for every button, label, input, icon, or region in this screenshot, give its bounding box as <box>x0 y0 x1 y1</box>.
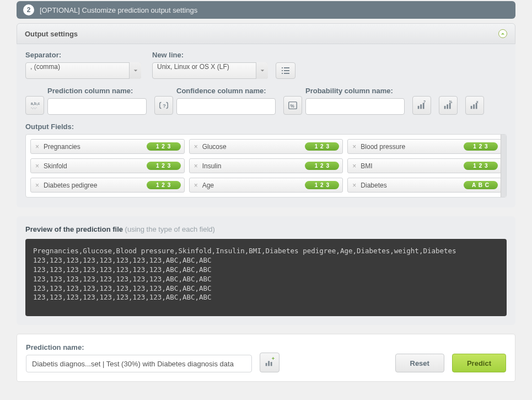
svg-text:?: ? <box>163 103 166 109</box>
separator-field: Separator: , (comma) <box>25 51 141 79</box>
prediction-name-group: Prediction name: <box>26 343 252 372</box>
chart-plus-icon: + <box>264 357 275 368</box>
newline-value: Unix, Linux or OS X (LF) <box>152 62 268 79</box>
remove-icon[interactable]: × <box>34 143 40 151</box>
reset-button[interactable]: Reset <box>395 354 444 372</box>
separator-label: Separator: <box>25 51 141 59</box>
confidence-column-label: Confidence column name: <box>176 87 276 95</box>
abc-toggle-button[interactable]: a,b,c -,-,- <box>25 96 44 115</box>
remove-icon[interactable]: × <box>193 143 199 151</box>
field-chip-label: BMI <box>361 162 372 170</box>
separator-value: , (comma) <box>25 62 141 79</box>
caret-icon <box>256 62 268 79</box>
field-chip[interactable]: ×DiabetesA B C <box>347 178 502 193</box>
remove-icon[interactable]: × <box>351 143 357 151</box>
field-chip-label: Age <box>202 182 214 189</box>
remove-icon[interactable]: × <box>34 182 40 189</box>
newline-field: New line: Unix, Linux or OS X (LF) <box>152 51 268 79</box>
confidence-column-input[interactable] <box>176 98 276 115</box>
remove-icon[interactable]: × <box>351 162 357 170</box>
svg-rect-4 <box>282 73 283 74</box>
step-header: 2 [OPTIONAL] Customize prediction output… <box>17 1 515 19</box>
svg-text:%: % <box>449 100 453 104</box>
field-chip[interactable]: ×BMI1 2 3 <box>347 158 502 173</box>
bar-question-icon: ? <box>416 100 427 111</box>
output-fields-list[interactable]: ×Pregnancies1 2 3×Glucose1 2 3×Blood pre… <box>25 134 507 198</box>
svg-rect-20 <box>473 104 475 109</box>
field-type-badge: 1 2 3 <box>464 142 498 151</box>
field-chip-label: Blood pressure <box>361 143 405 151</box>
svg-rect-1 <box>284 67 289 68</box>
percent-box-icon: % <box>287 100 298 111</box>
field-chip[interactable]: ×Pregnancies1 2 3 <box>30 139 185 154</box>
svg-rect-12 <box>420 104 422 109</box>
headers-toggle-button[interactable] <box>276 62 295 79</box>
remove-icon[interactable]: × <box>193 182 199 189</box>
confidence-toggle-button[interactable]: ? <box>154 96 173 115</box>
prediction-column-label: Prediction column name: <box>47 87 147 95</box>
field-chip[interactable]: ×Insulin1 2 3 <box>189 158 343 173</box>
field-chip[interactable]: ×Diabetes pedigree1 2 3 <box>30 178 185 193</box>
output-settings-header[interactable]: Output settings <box>17 23 515 44</box>
confidence-column-group: ? Confidence column name: <box>154 87 276 115</box>
prediction-name-input[interactable] <box>26 355 252 372</box>
probability-column-label: Probability column name: <box>305 87 405 95</box>
list-icon <box>280 65 291 76</box>
svg-rect-23 <box>266 363 267 366</box>
field-chip-label: Pregnancies <box>44 143 80 151</box>
bar-x-button[interactable]: x <box>465 96 484 115</box>
output-settings-body: Separator: , (comma) New line: Unix, Lin… <box>17 44 515 207</box>
probability-column-group: % Probability column name: <box>283 87 405 115</box>
field-chip[interactable]: ×Age1 2 3 <box>189 178 343 193</box>
field-type-badge: 1 2 3 <box>305 142 339 151</box>
preview-panel: Preview of the prediction file (using th… <box>17 216 515 325</box>
svg-rect-11 <box>418 106 420 109</box>
svg-rect-16 <box>447 104 448 109</box>
newline-select[interactable]: Unix, Linux or OS X (LF) <box>152 62 268 79</box>
field-chip[interactable]: ×Glucose1 2 3 <box>189 139 343 154</box>
remove-icon[interactable]: × <box>34 162 40 170</box>
footer: Prediction name: + Reset Predict <box>17 334 515 382</box>
field-chip-label: Diabetes pedigree <box>44 182 97 189</box>
preview-heading: Preview of the prediction file (using th… <box>25 225 507 233</box>
probability-column-input[interactable] <box>305 98 405 115</box>
svg-text:?: ? <box>423 100 426 104</box>
step-title: [OPTIONAL] Customize prediction output s… <box>40 6 197 14</box>
preview-code: Pregnancies,Glucose,Blood pressure,Skinf… <box>25 239 507 316</box>
bar-percent-button[interactable]: % <box>439 96 458 115</box>
svg-text:-,-,-: -,-,- <box>31 105 37 110</box>
svg-text:x: x <box>476 100 479 104</box>
prediction-name-label: Prediction name: <box>26 343 252 351</box>
field-chip-label: Skinfold <box>44 162 67 170</box>
svg-rect-3 <box>284 70 289 71</box>
collapse-toggle[interactable] <box>498 29 507 38</box>
output-fields-label: Output Fields: <box>25 122 507 131</box>
field-type-badge: 1 2 3 <box>147 162 181 170</box>
field-chip[interactable]: ×Skinfold1 2 3 <box>30 158 185 173</box>
step-number-badge: 2 <box>23 4 34 15</box>
remove-icon[interactable]: × <box>193 162 199 170</box>
svg-rect-25 <box>271 362 272 366</box>
section-title: Output settings <box>25 30 78 38</box>
preview-subtitle: (using the type of each field) <box>125 225 215 233</box>
row-column-names: a,b,c -,-,- Prediction column name: ? C <box>25 87 507 115</box>
field-type-badge: 1 2 3 <box>464 162 498 170</box>
predict-button[interactable]: Predict <box>452 354 506 372</box>
svg-text:%: % <box>290 104 294 109</box>
probability-toggle-button[interactable]: % <box>283 96 302 115</box>
output-settings-panel: Output settings Separator: , (comma) New… <box>17 23 515 207</box>
caret-icon <box>129 62 141 79</box>
separator-select[interactable]: , (comma) <box>25 62 141 79</box>
chart-plus-button[interactable]: + <box>260 353 280 372</box>
svg-rect-0 <box>282 67 283 68</box>
svg-rect-2 <box>282 70 283 71</box>
scrollbar[interactable] <box>501 135 506 197</box>
field-chip[interactable]: ×Blood pressure1 2 3 <box>347 139 502 154</box>
field-chip-label: Diabetes <box>361 182 386 189</box>
abc-icon: a,b,c -,-,- <box>29 100 40 111</box>
field-chip-label: Glucose <box>202 143 227 151</box>
svg-rect-19 <box>471 106 472 109</box>
remove-icon[interactable]: × <box>351 182 357 189</box>
prediction-column-input[interactable] <box>47 98 147 115</box>
bar-question-button[interactable]: ? <box>412 96 431 115</box>
